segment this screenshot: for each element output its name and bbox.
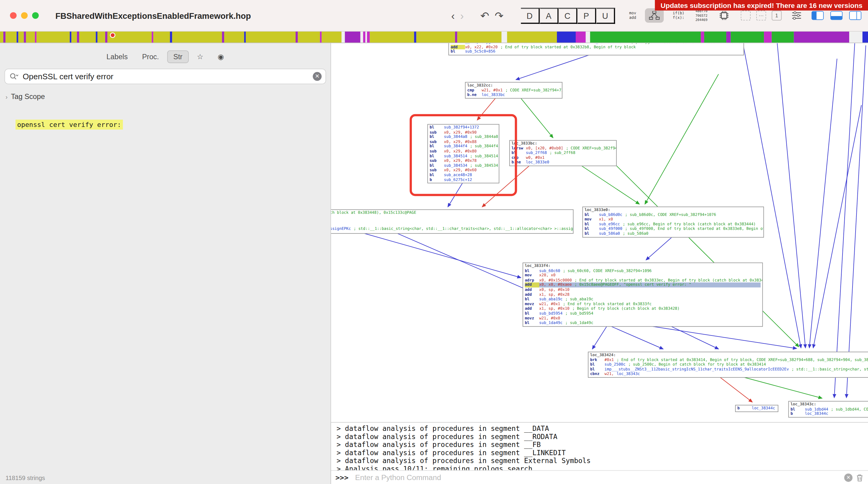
minimap-segment[interactable]	[507, 32, 557, 42]
asm-line[interactable]: blsub_1dbd44; sub_1dbd44, CODE...	[790, 407, 868, 412]
asm-line[interactable]: addx0, x22, #0x20; End of try block star…	[451, 44, 742, 50]
minimap-segment[interactable]	[502, 32, 507, 42]
minimap-segment[interactable]	[341, 32, 345, 42]
tab-procedures[interactable]: Proc.	[136, 51, 165, 63]
minimap-segment[interactable]	[172, 32, 222, 42]
minimap-segment[interactable]	[367, 32, 370, 42]
minimap-segment[interactable]	[416, 32, 455, 42]
asm-line[interactable]: adrpx0, #0x15c0000; End of try block sta…	[525, 278, 761, 283]
asm-line[interactable]: bloc_38344c	[738, 406, 776, 411]
asm-line[interactable]: b.neloc_3833bc	[467, 93, 560, 97]
minimap-segment[interactable]	[764, 32, 772, 42]
asm-line[interactable]: blsub_49f000; sub_49f000, End of try blo…	[585, 227, 762, 232]
asm-line[interactable]: blsub_bd5954; sub_bd5954	[525, 311, 761, 316]
asm-line[interactable]: blsub_2500c; sub_2500c, Begin of catch b…	[590, 362, 868, 367]
minimap-segment[interactable]	[360, 32, 363, 42]
mode-data-button[interactable]: D	[521, 8, 539, 24]
asm-line[interactable]: brk#0x1; End of try block started at 0x3…	[590, 358, 868, 363]
clear-search-button[interactable]: ✕	[313, 72, 322, 81]
asm-line[interactable]: b.neloc_3833e0	[512, 160, 614, 165]
zoom-button[interactable]	[32, 12, 39, 19]
search-input[interactable]	[22, 71, 309, 81]
mode-code-button[interactable]: C	[558, 8, 577, 24]
basic-block-loc_3832cc[interactable]: loc_3832cc: cmpw21, #0x1; CODE XREF=sub_…	[465, 82, 562, 98]
asm-line[interactable]: addx0, sp, #0x10	[525, 288, 761, 293]
asm-line[interactable]: blsub_586a0; sub_586a0	[585, 231, 762, 236]
basic-block-loc_3833bc[interactable]: loc_3833bc: ldrswx0, [x20, #0xb0]; CODE …	[509, 140, 617, 166]
minimap-segment[interactable]	[224, 32, 244, 42]
forward-button[interactable]: ›	[457, 10, 466, 21]
asm-line[interactable]: addx0, x0, #0xaee; 0x15c8aee@PAGEOFF, "o…	[525, 283, 761, 288]
minimap-segment[interactable]	[345, 32, 360, 42]
section-button[interactable]: ⋯	[755, 9, 767, 22]
minimap-segment[interactable]	[370, 32, 414, 42]
asm-line[interactable]: blsub_aba19c; sub_aba19c	[525, 297, 761, 302]
asm-line[interactable]: movzw21, #0x1; End of try block started …	[525, 302, 761, 307]
tab-favorites[interactable]: ☆	[191, 51, 209, 63]
tab-filter[interactable]: ◉	[212, 51, 230, 63]
minimize-button[interactable]	[21, 12, 28, 19]
asm-line[interactable]: cbnzw21,loc_38343c	[590, 372, 868, 377]
mode-undefined-button[interactable]: U	[596, 8, 615, 24]
minimap-segment[interactable]	[794, 32, 849, 42]
asm-line[interactable]: blsub_b86d0c; sub_b86d0c, CODE XREF=sub_…	[585, 213, 762, 217]
minimap-segment[interactable]	[586, 32, 590, 42]
string-result-row[interactable]: openssl cert verify error:	[16, 119, 331, 129]
minimap-segment[interactable]	[576, 32, 586, 42]
tab-strings[interactable]: Str	[167, 51, 188, 63]
mode-procedure-button[interactable]: P	[577, 8, 596, 24]
asm-line[interactable]: blsub_e96cc; sub_e96cc, Begin of try blo…	[585, 222, 762, 227]
minimap-segment[interactable]	[704, 32, 726, 42]
minimap-segment[interactable]	[590, 32, 701, 42]
redo-button[interactable]: ↷	[492, 10, 506, 21]
close-button[interactable]	[10, 12, 17, 19]
tab-labels[interactable]: Labels	[100, 51, 134, 63]
minimap-segment[interactable]	[36, 32, 69, 42]
minimap-segment[interactable]	[222, 32, 224, 42]
minimap-segment[interactable]	[107, 32, 152, 42]
minimap-segment[interactable]	[322, 32, 342, 42]
minimap-segment[interactable]	[79, 32, 96, 42]
minimap-segment[interactable]	[731, 32, 764, 42]
toggle-bottom-panel-button[interactable]	[829, 10, 843, 21]
basic-block-loc_383424[interactable]: loc_383424: brk#0x1; End of try block st…	[588, 352, 868, 378]
trash-icon[interactable]	[856, 473, 864, 482]
asm-line[interactable]: bloc_38344c	[790, 412, 868, 417]
asm-line[interactable]: cmpw21, #0x1; CODE XREF=sub_382f94+732	[467, 88, 560, 93]
basic-block-top[interactable]: bl__ZN8proxygen17TraceEventContext19trac…	[448, 43, 744, 55]
asm-line[interactable]: blsub_5c5c0+856	[451, 50, 742, 54]
minimap-segment[interactable]	[863, 32, 868, 42]
minimap-segment[interactable]	[105, 32, 107, 42]
python-command-input[interactable]	[354, 473, 842, 482]
minimap-segment[interactable]	[296, 32, 298, 42]
search-field[interactable]: ✕	[5, 69, 326, 84]
asm-line[interactable]: blimp___stubs__ZNSt3__112basic_stringIcN…	[590, 367, 868, 372]
minimap-segment[interactable]	[701, 32, 704, 42]
byte-group-button[interactable]: 1	[771, 9, 783, 22]
basic-block-catch[interactable]: lock (catch block at 0x383448), 0x15c133…	[331, 209, 574, 234]
minimap-segment[interactable]	[5, 32, 17, 42]
undo-button[interactable]: ↶	[478, 10, 492, 21]
minimap-segment[interactable]	[298, 32, 320, 42]
basic-block-branch[interactable]: bloc_38344c	[735, 405, 778, 412]
clear-console-icon[interactable]: ✕	[844, 473, 852, 482]
minimap-segment[interactable]	[414, 32, 416, 42]
toggle-right-panel-button[interactable]	[848, 10, 862, 21]
asm-line[interactable]: cmpw0, #0x1	[512, 155, 614, 160]
mode-ascii-button[interactable]: A	[539, 8, 558, 24]
cfg-graph-pane[interactable]: bl__ZN8proxygen17TraceEventContext19trac…	[331, 43, 868, 422]
minimap-segment[interactable]	[849, 32, 863, 42]
minimap-segment[interactable]	[457, 32, 502, 42]
minimap-segment[interactable]	[97, 32, 105, 42]
minimap-segment[interactable]	[18, 32, 24, 42]
asm-line[interactable]: addx1, sp, #0x28	[525, 292, 761, 297]
basic-block-loc_38343c[interactable]: loc_38343c: blsub_1dbd44; sub_1dbd44, CO…	[788, 401, 868, 418]
minimap-segment[interactable]	[3, 32, 5, 42]
tag-scope-row[interactable]: › Tag Scope	[5, 93, 331, 101]
minimap-segment[interactable]	[726, 32, 731, 42]
minimap-segment[interactable]	[24, 32, 26, 42]
pseudocode-view-button[interactable]: if(b) f(x):	[671, 10, 686, 21]
asm-line[interactable]: ldrswx0, [x20, #0xb0]; CODE XREF=sub_382…	[512, 146, 614, 151]
minimap-segment[interactable]	[363, 32, 365, 42]
back-button[interactable]: ‹	[448, 10, 458, 21]
